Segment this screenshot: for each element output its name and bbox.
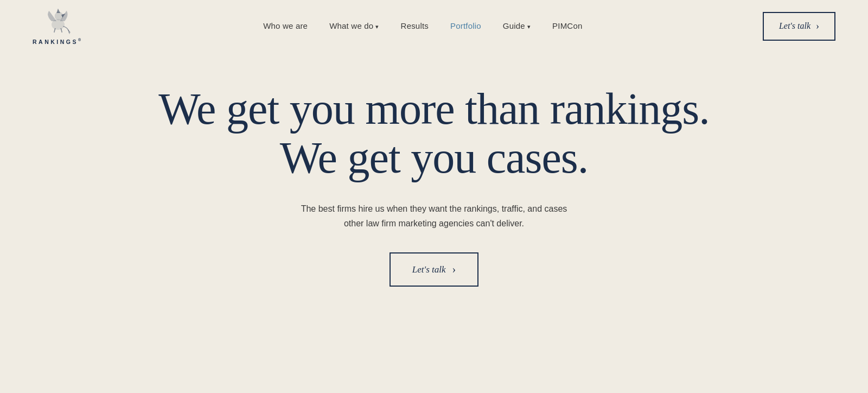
main-nav: RANKINGS® Who we are What we do▾ Results… — [0, 0, 868, 52]
nav-link-pimcon[interactable]: PIMCon — [552, 21, 582, 30]
nav-item-pimcon[interactable]: PIMCon — [552, 21, 582, 31]
nav-item-results[interactable]: Results — [401, 21, 429, 31]
nav-link-who-we-are[interactable]: Who we are — [263, 21, 308, 30]
nav-link-what-we-do[interactable]: What we do▾ — [329, 21, 379, 30]
nav-link-guide[interactable]: Guide▾ — [503, 21, 531, 30]
logo-link[interactable]: RANKINGS® — [33, 7, 83, 45]
hero-cta-button[interactable]: Let's talk › — [390, 252, 478, 287]
hero-section: We get you more than rankings. We get yo… — [0, 52, 868, 287]
nav-item-who-we-are[interactable]: Who we are — [263, 21, 308, 31]
hero-cta-label: Let's talk — [412, 264, 446, 275]
nav-links-list: Who we are What we do▾ Results Portfolio… — [263, 21, 582, 31]
nav-link-results[interactable]: Results — [401, 21, 429, 30]
nav-item-guide[interactable]: Guide▾ — [503, 21, 531, 31]
hero-headline: We get you more than rankings. We get yo… — [158, 85, 709, 182]
griffin-icon — [43, 7, 72, 35]
logo-wordmark: RANKINGS® — [33, 38, 83, 45]
nav-item-what-we-do[interactable]: What we do▾ — [329, 21, 379, 31]
guide-dropdown-icon: ▾ — [527, 23, 531, 30]
nav-link-portfolio[interactable]: Portfolio — [450, 21, 481, 30]
what-we-do-dropdown-icon: ▾ — [375, 23, 379, 30]
nav-item-portfolio[interactable]: Portfolio — [450, 21, 481, 31]
hero-cta-arrow-icon: › — [452, 263, 456, 276]
nav-cta-arrow-icon: › — [816, 21, 819, 32]
svg-marker-3 — [57, 9, 60, 12]
hero-subtext: The best firms hire us when they want th… — [293, 202, 575, 231]
nav-cta-label: Let's talk — [779, 21, 810, 31]
nav-cta-button[interactable]: Let's talk › — [763, 12, 835, 41]
hero-headline-line2: We get you cases. — [158, 134, 709, 182]
hero-headline-line1: We get you more than rankings. — [158, 85, 709, 134]
